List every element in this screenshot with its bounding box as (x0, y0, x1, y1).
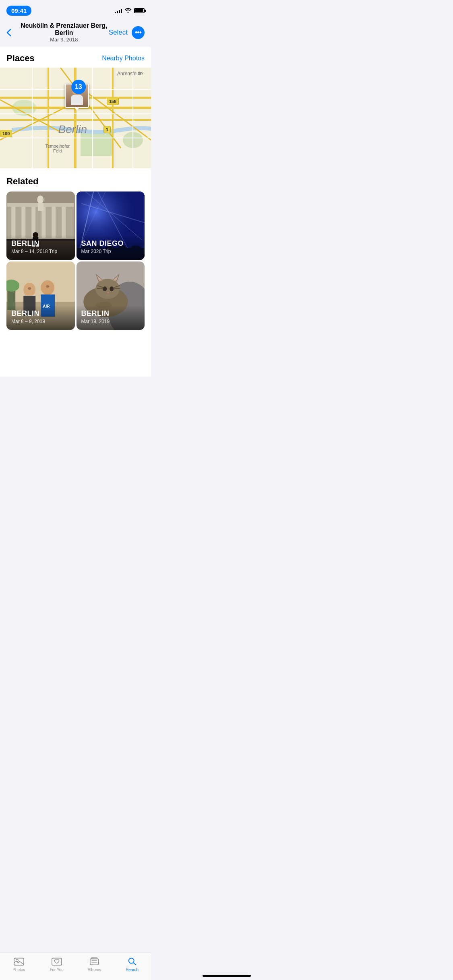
location-dot (138, 72, 141, 75)
related-title: Related (0, 176, 151, 191)
related-item-sandiego[interactable]: SAN DIEGO Mar 2020 Trip (77, 191, 145, 260)
related-section: Related (0, 168, 151, 336)
item-city: BERLIN (11, 240, 70, 248)
item-overlay-berlin-2019: BERLIN Mar 8 – 9, 2019 (6, 305, 75, 330)
map-label-tempelhofer: Tempelhofer Feld (46, 144, 70, 153)
cluster-badge[interactable]: 13 (71, 80, 86, 94)
places-header: Places Nearby Photos (0, 47, 151, 68)
item-date: Mar 8 – 14, 2018 Trip (11, 249, 70, 254)
svg-rect-30 (38, 203, 43, 211)
item-overlay-berlin-cat: BERLIN Mar 19, 2019 (77, 305, 145, 330)
select-button[interactable]: Select (109, 29, 128, 37)
item-date-berlin-cat: Mar 19, 2019 (81, 319, 140, 324)
nav-subtitle: Mar 9, 2018 (19, 37, 109, 43)
item-city-sandiego: SAN DIEGO (81, 240, 140, 248)
nav-title: Neukölln & Prenzlauer Berg, Berlin (19, 22, 109, 37)
status-time: 09:41 (6, 6, 31, 16)
item-city-berlin-2019: BERLIN (11, 310, 70, 318)
item-overlay-berlin-1: BERLIN Mar 8 – 14, 2018 Trip (6, 235, 75, 260)
status-bar: 09:41 (0, 0, 151, 19)
pin-triangle (74, 107, 79, 111)
svg-point-72 (103, 286, 107, 291)
nearby-photos-link[interactable]: Nearby Photos (102, 55, 145, 62)
related-item-berlin-1[interactable]: BERLIN Mar 8 – 14, 2018 Trip (6, 191, 75, 260)
svg-rect-27 (62, 206, 66, 238)
related-item-berlin-cat[interactable]: BERLIN Mar 19, 2019 (77, 261, 145, 330)
more-icon: ••• (135, 29, 141, 36)
svg-point-62 (28, 287, 31, 290)
places-title: Places (6, 53, 35, 64)
map-label-spree: Spree (75, 128, 87, 134)
svg-point-63 (46, 285, 49, 288)
road-marker-1: 1 (103, 126, 111, 133)
more-button[interactable]: ••• (132, 26, 145, 39)
item-overlay-sandiego: SAN DIEGO Mar 2020 Trip (77, 235, 145, 260)
wifi-icon (124, 7, 132, 14)
places-section: Places Nearby Photos (0, 47, 151, 377)
nav-title-group: Neukölln & Prenzlauer Berg, Berlin Mar 9… (19, 22, 109, 43)
battery-icon (134, 8, 145, 13)
item-city-berlin-cat: BERLIN (81, 310, 140, 318)
svg-point-29 (37, 196, 43, 204)
svg-rect-23 (21, 206, 25, 238)
map-view[interactable]: Ahrensfelde Berlin Spree Tempelhofer Fel… (0, 68, 151, 168)
person-body (71, 95, 83, 105)
svg-line-78 (114, 288, 120, 289)
item-date-berlin-2019: Mar 8 – 9, 2019 (11, 319, 70, 324)
related-grid: BERLIN Mar 8 – 14, 2018 Trip (0, 191, 151, 336)
related-item-berlin-2019[interactable]: AIR BERLIN Mar 8 – 9, 2019 (6, 261, 75, 330)
back-button[interactable] (6, 29, 19, 37)
item-date-sandiego: Mar 2020 Trip (81, 249, 140, 254)
svg-rect-26 (52, 206, 56, 238)
svg-rect-22 (11, 206, 15, 238)
svg-line-76 (97, 288, 103, 289)
road-marker-100: 100 (0, 130, 12, 137)
status-icons (115, 7, 145, 14)
signal-icon (115, 8, 122, 13)
svg-point-73 (110, 286, 114, 291)
nav-bar: Neukölln & Prenzlauer Berg, Berlin Mar 9… (0, 19, 151, 47)
road-marker-158: 158 (107, 98, 119, 105)
nav-actions: Select ••• (109, 26, 145, 39)
